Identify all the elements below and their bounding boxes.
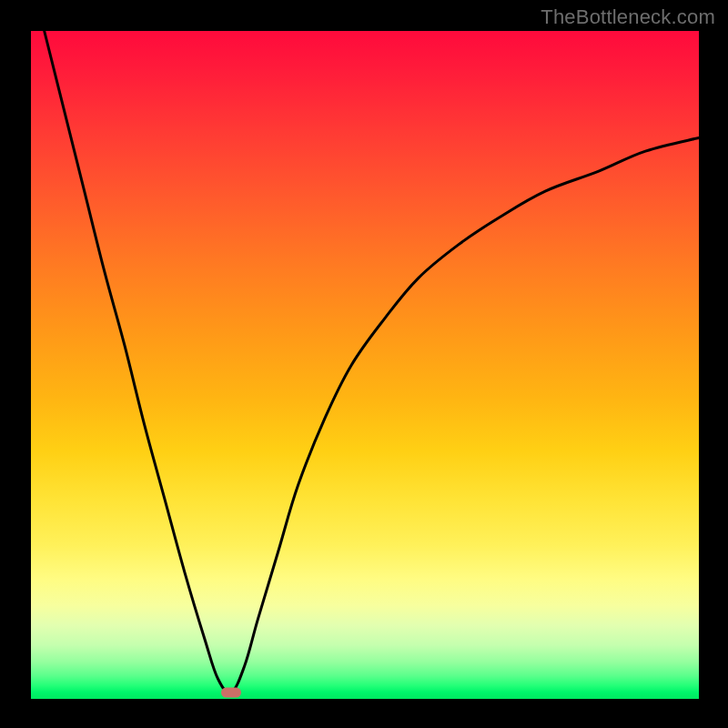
- bottleneck-curve: [31, 31, 699, 699]
- chart-frame: TheBottleneck.com: [0, 0, 728, 728]
- plot-area: [31, 31, 699, 699]
- optimum-marker: [221, 687, 241, 697]
- watermark-text: TheBottleneck.com: [541, 5, 715, 29]
